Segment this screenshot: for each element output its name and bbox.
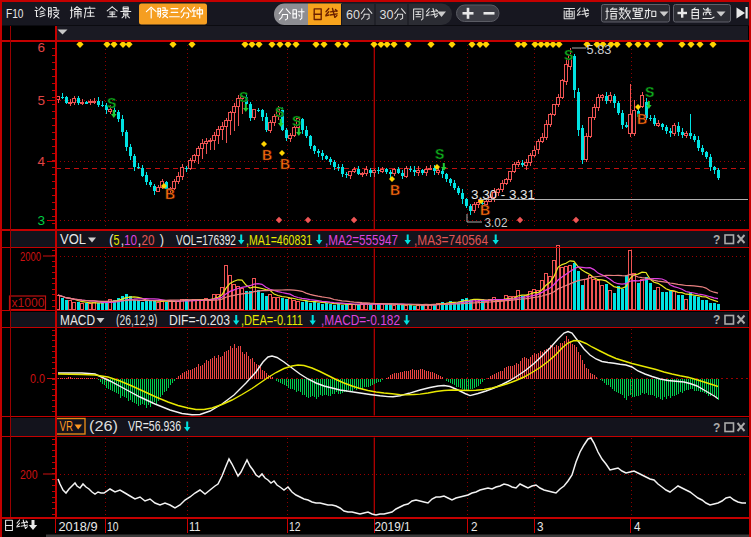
svg-text:11: 11 [189, 519, 201, 534]
svg-text:10: 10 [107, 519, 119, 534]
svg-text:S: S [645, 84, 654, 100]
svg-text:3: 3 [537, 519, 544, 534]
svg-text:5: 5 [114, 232, 120, 248]
svg-text:20: 20 [142, 232, 155, 248]
svg-text:?: ? [713, 313, 720, 327]
svg-text:S: S [107, 95, 116, 111]
svg-text:?: ? [713, 421, 720, 435]
svg-text:,MA3=740564: ,MA3=740564 [414, 231, 488, 248]
svg-text:S: S [239, 89, 248, 105]
svg-text:(26): (26) [89, 418, 118, 434]
svg-text:,MA1=460831: ,MA1=460831 [246, 231, 312, 248]
svg-text:B: B [165, 186, 175, 202]
svg-text:30: 30 [380, 8, 394, 22]
svg-text:DIF=-0.203: DIF=-0.203 [169, 311, 230, 328]
svg-text:(26,12,9): (26,12,9) [116, 312, 158, 328]
svg-text:0.0: 0.0 [30, 371, 45, 386]
svg-text:VR: VR [60, 418, 74, 434]
svg-text:60: 60 [346, 8, 360, 22]
svg-text:B: B [280, 156, 290, 172]
svg-text:2018/9: 2018/9 [59, 519, 98, 534]
svg-text:F10: F10 [6, 6, 24, 21]
svg-text:S: S [292, 113, 301, 129]
svg-text:2019/1: 2019/1 [375, 519, 411, 534]
svg-text:VR=56.936: VR=56.936 [128, 417, 181, 434]
svg-text:MACD: MACD [60, 312, 95, 328]
svg-text:B: B [390, 182, 400, 198]
svg-text:,MACD=-0.182: ,MACD=-0.182 [321, 311, 400, 328]
svg-text:S: S [275, 104, 284, 120]
svg-text:3.30 - 3.31: 3.30 - 3.31 [471, 187, 535, 202]
svg-text:2000: 2000 [20, 249, 41, 264]
svg-text:3: 3 [37, 213, 45, 228]
svg-text:12: 12 [289, 519, 301, 534]
svg-text:S: S [564, 47, 573, 63]
svg-text:x1000: x1000 [12, 296, 45, 310]
svg-text:4: 4 [634, 519, 641, 534]
svg-text:B: B [637, 111, 647, 127]
svg-text:?: ? [713, 233, 720, 247]
svg-text:,DEA=-0.111: ,DEA=-0.111 [241, 311, 303, 328]
svg-text:VOL: VOL [60, 231, 86, 247]
svg-text:): ) [160, 232, 165, 248]
svg-text:5.83: 5.83 [587, 42, 612, 57]
svg-text:B: B [262, 147, 272, 163]
svg-text:S: S [435, 146, 444, 162]
svg-text:5: 5 [37, 93, 45, 108]
svg-text:VOL=176392: VOL=176392 [176, 231, 236, 248]
svg-text:,MA2=555947: ,MA2=555947 [325, 231, 398, 248]
svg-text:2: 2 [471, 519, 478, 534]
svg-text:4: 4 [37, 154, 45, 169]
svg-text:10: 10 [124, 232, 137, 248]
svg-text:3.02: 3.02 [485, 215, 508, 230]
svg-text:200: 200 [20, 467, 38, 482]
